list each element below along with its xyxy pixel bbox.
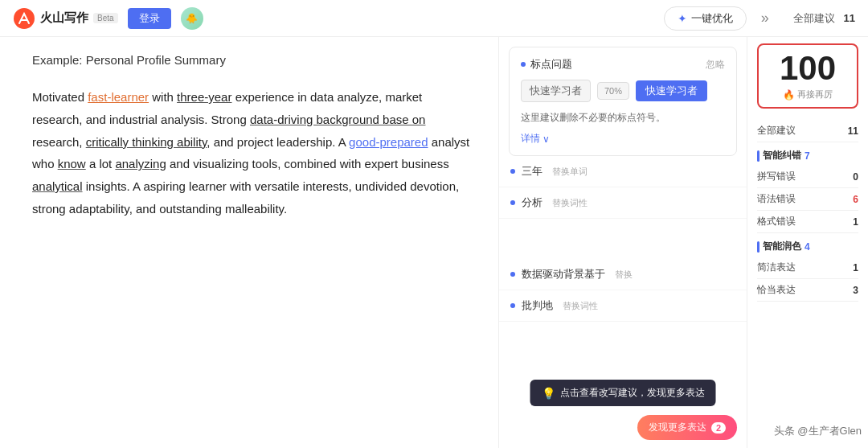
- discover-badge: 2: [711, 422, 726, 434]
- star-icon: ✦: [678, 12, 687, 25]
- card-dot: [521, 62, 526, 67]
- word-suggested-btn[interactable]: 快速学习者: [636, 80, 707, 101]
- highlight-analyzing: analyzing: [115, 157, 166, 171]
- fire-icon: 🔥: [783, 89, 795, 101]
- tooltip-overlay: 💡 点击查看改写建议，发现更多表达: [530, 380, 716, 406]
- logo-text: 火山写作: [40, 10, 88, 26]
- item-text-0: 三年: [522, 164, 542, 179]
- score-number: 100: [768, 51, 847, 85]
- main-layout: Example: Personal Profile Summary Motiva…: [0, 37, 868, 448]
- item-tag-3: 替换词性: [563, 300, 598, 312]
- optimize-label: 一键优化: [691, 11, 733, 26]
- right-item-grammar[interactable]: 语法错误 6: [757, 188, 858, 211]
- category-label-0: 智能纠错: [763, 149, 801, 162]
- right-all-suggestions[interactable]: 全部建议 11: [757, 120, 858, 142]
- card-type: 标点问题: [521, 57, 572, 72]
- highlight-three-year: three-year: [177, 90, 231, 104]
- spelling-label: 拼写错误: [757, 170, 796, 183]
- card-type-label: 标点问题: [530, 57, 572, 72]
- item-dot-3: [510, 303, 515, 308]
- concise-label: 简洁表达: [757, 261, 796, 274]
- highlight-data-driving: data-driving background base on: [250, 113, 425, 126]
- appropriate-count: 3: [853, 285, 858, 296]
- all-suggestions-count: 11: [848, 125, 858, 137]
- highlight-analytical: analytical: [32, 179, 83, 193]
- chevron-down-icon: ∨: [542, 134, 550, 145]
- suggestion-item-0[interactable]: 三年 替换单词: [499, 156, 747, 187]
- tooltip-text: 点击查看改写建议，发现更多表达: [560, 386, 705, 400]
- item-dot-0: [510, 169, 515, 174]
- word-options: 快速学习者 70% 快速学习者: [521, 80, 725, 102]
- highlight-good-prepared: good-prepared: [349, 135, 428, 149]
- right-item-appropriate[interactable]: 恰当表达 3: [757, 279, 858, 302]
- item-text-1: 分析: [522, 195, 542, 210]
- optimize-button[interactable]: ✦ 一键优化: [664, 6, 747, 31]
- beta-badge: Beta: [93, 13, 118, 23]
- highlight-know: know: [58, 157, 86, 171]
- appropriate-label: 恰当表达: [757, 283, 796, 297]
- format-label: 格式错误: [757, 215, 796, 228]
- card-description: 这里建议删除不必要的标点符号。: [521, 110, 725, 125]
- item-text-2: 数据驱动背景基于: [522, 267, 605, 282]
- logo-icon: [13, 7, 35, 30]
- highlight-fast-learner: fast-learner: [88, 90, 149, 104]
- discover-btn-label: 发现更多表达: [649, 421, 706, 434]
- doc-title: Example: Personal Profile Summary: [32, 53, 474, 67]
- format-count: 1: [853, 216, 858, 228]
- score-box: 100 🔥 再接再厉: [757, 43, 858, 109]
- item-tag-0: 替换单词: [552, 166, 588, 178]
- category-count-1: 4: [805, 241, 810, 253]
- card-detail-btn[interactable]: 详情 ∨: [521, 132, 725, 146]
- score-sub: 🔥 再接再厉: [768, 88, 847, 101]
- highlight-critically-thinking: critically thinking ability: [86, 135, 207, 149]
- right-item-concise[interactable]: 简洁表达 1: [757, 257, 858, 279]
- suggestion-item-2[interactable]: 数据驱动背景基于 替换: [499, 259, 747, 290]
- item-dot-2: [510, 272, 515, 277]
- category-header-0: 智能纠错 7: [757, 149, 858, 162]
- avatar: 🐥: [181, 7, 203, 30]
- middle-panel: 标点问题 忽略 快速学习者 70% 快速学习者 这里建议删除不必要的标点符号。 …: [498, 37, 747, 448]
- bulb-icon: 💡: [542, 387, 555, 400]
- category-bar-0: [757, 150, 760, 162]
- card-header: 标点问题 忽略: [521, 57, 725, 72]
- word-score: 70%: [597, 82, 629, 100]
- category-header-1: 智能润色 4: [757, 240, 858, 253]
- item-dot-1: [510, 200, 515, 205]
- suggestions-label: 全部建议 11: [793, 11, 855, 26]
- doc-body: Motivated fast-learner with three-year e…: [32, 86, 474, 220]
- more-button[interactable]: »: [756, 10, 774, 27]
- svg-point-0: [14, 8, 35, 29]
- card-ignore-btn[interactable]: 忽略: [706, 58, 725, 72]
- grammar-count: 6: [853, 194, 858, 205]
- category-label-1: 智能润色: [763, 240, 801, 253]
- grammar-label: 语法错误: [757, 192, 796, 206]
- logo-area: 火山写作 Beta: [13, 7, 118, 30]
- suggestion-item-1[interactable]: 分析 替换词性: [499, 187, 747, 219]
- discover-btn[interactable]: 发现更多表达 2: [637, 415, 737, 440]
- suggestion-card: 标点问题 忽略 快速学习者 70% 快速学习者 这里建议删除不必要的标点符号。 …: [509, 47, 737, 156]
- spelling-count: 0: [853, 171, 858, 183]
- right-panel: 100 🔥 再接再厉 全部建议 11 智能纠错 7 拼写错误 0 语法错误 6 …: [747, 37, 868, 448]
- item-tag-2: 替换: [615, 269, 633, 281]
- editor-area: Example: Personal Profile Summary Motiva…: [0, 37, 498, 448]
- concise-count: 1: [853, 262, 858, 273]
- item-text-3: 批判地: [522, 298, 553, 313]
- category-bar-1: [757, 241, 760, 253]
- suggestion-item-3[interactable]: 批判地 替换词性: [499, 290, 747, 322]
- category-count-0: 7: [805, 150, 810, 162]
- suggestions-count: 11: [844, 12, 855, 24]
- item-tag-1: 替换词性: [552, 197, 588, 209]
- right-item-format[interactable]: 格式错误 1: [757, 211, 858, 233]
- all-suggestions-label: 全部建议: [757, 124, 796, 138]
- word-original: 快速学习者: [521, 80, 591, 102]
- top-nav: 火山写作 Beta 登录 🐥 ✦ 一键优化 » 全部建议 11: [0, 0, 868, 37]
- right-item-spelling[interactable]: 拼写错误 0: [757, 166, 858, 188]
- login-button[interactable]: 登录: [128, 8, 171, 29]
